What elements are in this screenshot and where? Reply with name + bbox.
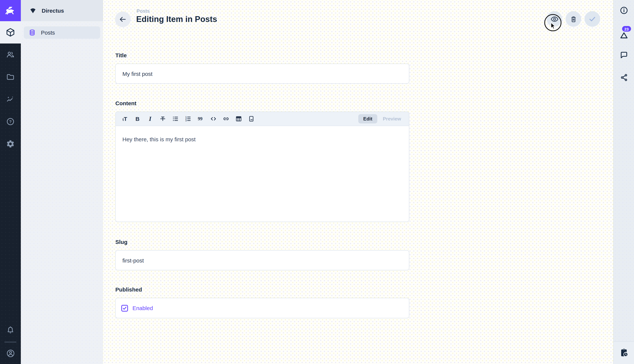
tab-preview[interactable]: Preview [378,114,406,124]
back-button[interactable] [115,12,131,27]
comment-icon [619,50,628,60]
blockquote-icon: 99 [197,115,204,122]
module-bar-divider [5,342,16,342]
published-checkbox[interactable] [121,305,128,312]
sidebar-item-label: Posts [41,29,55,36]
project-name: Directus [42,8,64,14]
module-bar: ? [0,0,21,364]
published-checkbox-label[interactable]: Enabled [133,305,153,311]
directus-app: ? [0,0,634,364]
title-input[interactable] [115,64,409,84]
folder-icon [6,72,15,82]
project-header[interactable]: Directus [21,0,103,21]
shares-sidebar-button[interactable] [613,66,634,88]
eye-icon [550,15,559,23]
main-content: Posts Editing Item in Posts [103,0,613,364]
table-button[interactable] [233,114,244,124]
directus-logo[interactable] [0,0,21,21]
content-editor-body[interactable]: Hey there, this is my first post [116,126,409,222]
help-circle-icon: ? [6,117,15,126]
info-sidebar: 23 [613,0,634,364]
slug-field-label: Slug [115,239,128,245]
delete-button[interactable] [565,11,581,27]
rabbit-icon [4,4,17,17]
tab-edit[interactable]: Edit [358,114,377,124]
module-settings[interactable] [0,133,21,155]
pending-actions-icon [619,348,629,358]
module-help[interactable]: ? [0,110,21,133]
svg-text:?: ? [9,119,12,124]
code-button[interactable] [208,114,219,124]
numbered-list-icon: 1 2 3 [185,115,192,122]
published-field-label: Published [115,286,142,292]
content-editor: tT B I [115,112,409,222]
sidebar-item-posts[interactable]: Posts [24,26,100,39]
database-icon [29,29,36,36]
bold-button[interactable]: B [132,114,143,124]
notifications-button[interactable] [0,319,21,341]
module-content[interactable] [0,21,21,44]
arrow-left-icon [119,15,127,24]
checkbox-check-icon [122,306,127,310]
title-field-label: Title [115,52,127,58]
share-icon [620,73,628,82]
trash-icon [569,15,577,23]
published-field: Enabled [115,298,409,318]
code-icon [210,115,217,122]
navigation-sidebar: Directus Posts [21,0,104,364]
image-button[interactable] [246,114,257,124]
module-files[interactable] [0,66,21,88]
svg-text:99: 99 [198,116,202,121]
preview-button[interactable] [546,11,562,27]
bullet-list-icon [172,115,179,122]
bell-icon [6,326,15,335]
revisions-triangle-icon [619,30,629,40]
breadcrumb[interactable]: Posts [137,8,150,14]
strikethrough-icon [159,115,166,122]
info-sidebar-button[interactable] [613,0,634,21]
numbered-list-button[interactable]: 1 2 3 [182,114,194,124]
strikethrough-button[interactable] [157,114,169,124]
box-icon [6,28,15,37]
revisions-sidebar-button[interactable]: 23 [613,22,634,44]
blockquote-button[interactable]: 99 [195,114,207,124]
image-icon [248,115,255,122]
slug-input[interactable] [115,250,409,270]
link-icon [223,115,230,122]
link-button[interactable] [220,114,232,124]
table-icon [235,115,242,122]
gear-icon [6,140,15,148]
format-size-button[interactable]: tT [119,114,131,124]
fan-icon [29,7,37,14]
info-icon [619,6,628,15]
page-title: Editing Item in Posts [136,14,217,24]
check-icon [588,14,597,24]
users-icon [6,50,15,59]
save-button[interactable] [584,11,600,27]
content-field-label: Content [115,100,136,106]
module-users[interactable] [0,44,21,66]
sidebar-activity-footer[interactable] [613,341,634,364]
module-insights[interactable] [0,88,21,110]
revisions-count-badge: 23 [622,26,631,32]
comments-sidebar-button[interactable] [613,44,634,66]
editor-tabs: Edit Preview [358,114,406,124]
bullet-list-button[interactable] [170,114,181,124]
italic-button[interactable]: I [144,114,156,124]
user-menu-button[interactable] [0,343,21,364]
avatar-icon [6,348,15,358]
insights-icon [6,95,15,104]
svg-text:3: 3 [186,120,187,122]
editor-toolbar: tT B I [116,112,409,126]
